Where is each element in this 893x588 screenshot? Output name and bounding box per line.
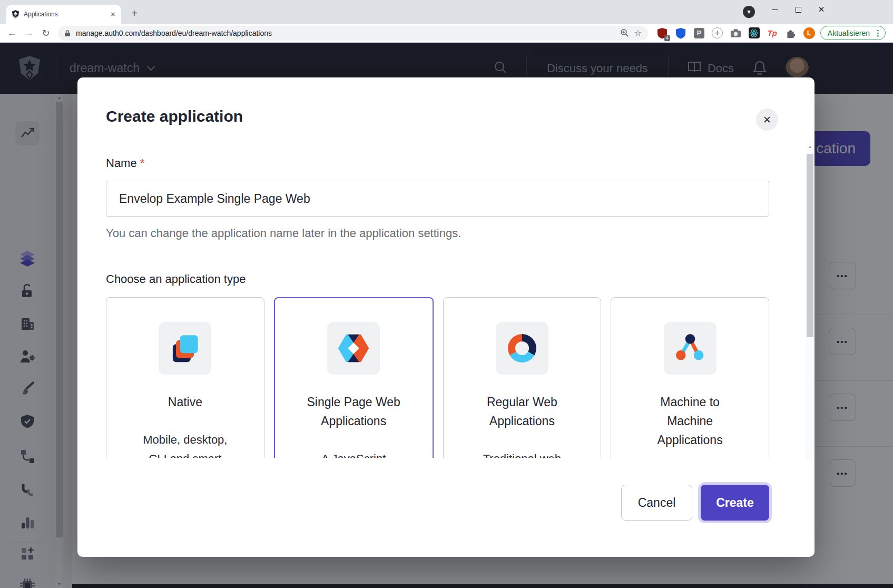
adblock-badge: 4	[664, 35, 670, 41]
browser-toolbar: ← → ↻ manage.auth0.com/dashboard/eu/drea…	[0, 24, 893, 43]
bitwarden-extension-icon[interactable]	[675, 27, 686, 39]
selector-extension-icon[interactable]: ✛	[712, 27, 723, 39]
back-button[interactable]: ←	[4, 25, 20, 41]
address-bar[interactable]: manage.auth0.com/dashboard/eu/dream-watc…	[58, 26, 648, 41]
card-description: Mobile, desktop, CLI and smart	[106, 430, 264, 458]
window-close-button[interactable]: ✕	[812, 2, 831, 17]
close-icon: ✕	[763, 114, 771, 126]
browser-update-button[interactable]: Aktualisieren ⋮	[820, 26, 886, 40]
create-application-modal: Create application ✕ Name* You can chang…	[77, 77, 815, 557]
react-devtools-extension-icon[interactable]	[749, 27, 760, 38]
screenshot-extension-icon[interactable]	[730, 27, 742, 39]
reload-button[interactable]: ↻	[38, 25, 54, 41]
m2m-icon	[664, 322, 717, 375]
tab-close-icon[interactable]: ✕	[110, 11, 116, 18]
url-text: manage.auth0.com/dashboard/eu/dream-watc…	[76, 29, 615, 37]
browser-menu-dots-icon[interactable]: ⋮	[874, 28, 882, 38]
name-field-label: Name*	[106, 156, 769, 170]
privacy-extension-icon[interactable]: P	[693, 27, 705, 39]
native-app-icon	[159, 322, 211, 375]
application-name-input[interactable]	[106, 181, 769, 217]
zoom-icon[interactable]	[620, 28, 629, 37]
tab-applications[interactable]: Applications ✕	[6, 5, 121, 24]
modal-footer: Cancel Create	[621, 485, 769, 521]
regular-web-icon	[496, 322, 548, 375]
application-type-cards: Native Mobile, desktop, CLI and smart Si…	[106, 297, 769, 458]
application-type-heading: Choose an application type	[106, 272, 769, 286]
card-description: Traditional web	[444, 449, 601, 458]
browser-profile-avatar[interactable]: L	[803, 27, 815, 39]
window-maximize-button[interactable]	[789, 2, 808, 17]
browser-window: Applications ✕ + ▼ ✕ ← → ↻ manage.auth0.…	[0, 0, 893, 588]
card-title: Machine to Machine Applications	[611, 393, 769, 449]
type-card-native[interactable]: Native Mobile, desktop, CLI and smart	[106, 297, 264, 458]
forward-button[interactable]: →	[21, 25, 37, 41]
tab-title: Applications	[24, 11, 106, 18]
card-title: Regular Web Applications	[444, 393, 601, 430]
spa-icon	[327, 322, 380, 375]
auth0-favicon-icon	[12, 10, 19, 18]
lock-icon	[64, 30, 71, 37]
extensions-row: 4 P ✛ Tp L	[652, 27, 819, 39]
modal-scrollbar-thumb[interactable]	[807, 154, 813, 337]
create-button[interactable]: Create	[701, 485, 769, 521]
card-title: Single Page Web Applications	[275, 393, 433, 430]
bookmark-star-icon[interactable]: ☆	[634, 28, 642, 38]
card-description: A JavaScript	[275, 449, 433, 458]
required-marker: *	[140, 156, 145, 170]
adblock-extension-icon[interactable]: 4	[656, 27, 668, 39]
tab-bar: Applications ✕ + ▼ ✕	[0, 0, 893, 24]
card-title: Native	[106, 393, 264, 411]
scroll-up-icon[interactable]: ▲	[806, 144, 814, 149]
cancel-button[interactable]: Cancel	[621, 485, 692, 521]
modal-close-button[interactable]: ✕	[756, 109, 778, 131]
type-card-single-page-web[interactable]: Single Page Web Applications A JavaScrip…	[274, 297, 434, 458]
browser-update-caret-icon[interactable]: ▼	[743, 6, 755, 18]
type-card-regular-web[interactable]: Regular Web Applications Traditional web	[443, 297, 602, 458]
name-help-text: You can change the application name late…	[106, 226, 769, 241]
modal-scrollbar[interactable]: ▲	[806, 142, 814, 460]
extensions-puzzle-icon[interactable]	[785, 27, 797, 39]
window-minimize-button[interactable]	[766, 2, 784, 17]
new-tab-button[interactable]: +	[127, 6, 141, 20]
modal-title: Create application	[106, 107, 243, 126]
type-card-machine-to-machine[interactable]: Machine to Machine Applications	[611, 297, 769, 458]
modal-scroll-area: Name* You can change the application nam…	[77, 142, 815, 460]
tp-extension-icon[interactable]: Tp	[767, 27, 778, 39]
